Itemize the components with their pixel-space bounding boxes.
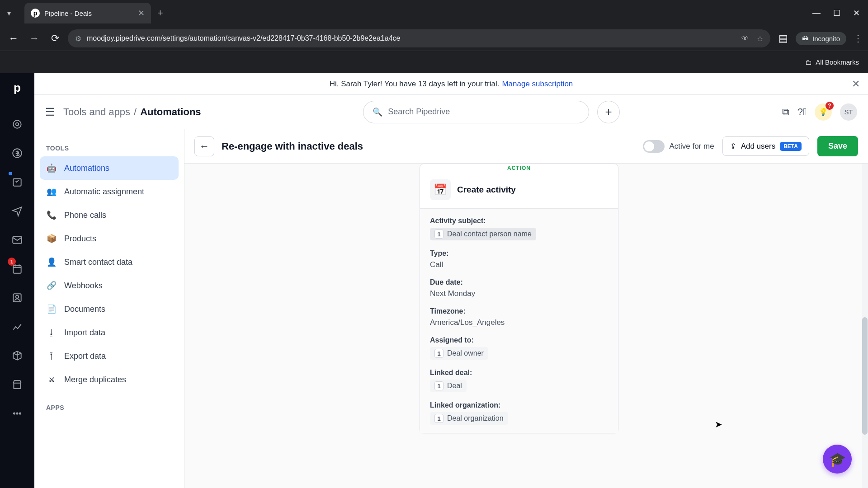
rail-item-projects[interactable] <box>8 173 27 192</box>
extensions-icon[interactable]: ⧉ <box>782 106 789 118</box>
back-button[interactable]: ← <box>194 136 214 156</box>
address-bar[interactable]: ⚙ moodjoy.pipedrive.com/settings/automat… <box>68 29 770 47</box>
sidebar-item-phone-calls[interactable]: 📞Phone calls <box>40 203 179 227</box>
active-toggle[interactable] <box>643 140 665 153</box>
scroll-thumb[interactable] <box>862 317 868 435</box>
sidebar-item-webhooks[interactable]: 🔗Webhooks <box>40 274 179 297</box>
side-panel-icon[interactable]: ▤ <box>775 30 791 47</box>
forward-button[interactable]: → <box>26 30 42 47</box>
quick-add-button[interactable]: + <box>597 101 620 123</box>
back-button[interactable]: ← <box>5 30 22 47</box>
folder-icon: 🗀 <box>805 58 812 66</box>
browser-menu-icon[interactable]: ⋮ <box>854 33 863 44</box>
maximize-button[interactable]: ☐ <box>833 8 840 18</box>
sidebar-item-label: Smart contact data <box>64 258 132 267</box>
rail-item-more[interactable] <box>8 404 27 423</box>
sidebar-heading-apps: APPS <box>40 399 179 416</box>
canvas-header: ← Re-engage with inactive deals Active f… <box>184 129 868 164</box>
sidebar-item-products[interactable]: 📦Products <box>40 227 179 250</box>
token-chip[interactable]: 1Deal <box>430 380 467 392</box>
token-chip[interactable]: 1Deal owner <box>430 347 488 360</box>
sidebar-item-label: Webhooks <box>64 281 103 291</box>
address-bar-row: ← → ⟳ ⚙ moodjoy.pipedrive.com/settings/a… <box>0 26 868 51</box>
export-icon: ⭱ <box>46 351 57 361</box>
new-tab-button[interactable]: + <box>157 7 163 19</box>
sidebar-item-label: Import data <box>64 328 105 338</box>
rail-item-mail[interactable] <box>8 230 27 249</box>
site-settings-icon[interactable]: ⚙ <box>75 34 81 43</box>
all-bookmarks-button[interactable]: 🗀 All Bookmarks <box>805 58 859 66</box>
browser-tab[interactable]: p Pipeline - Deals ✕ <box>24 3 151 23</box>
reload-button[interactable]: ⟳ <box>47 30 63 47</box>
tab-list-dropdown[interactable]: ▾ <box>4 8 14 19</box>
action-tag: ACTION <box>507 165 531 171</box>
field-label: Linked organization: <box>430 401 608 409</box>
activity-action-card[interactable]: ACTION 📅 Create activity Activity subjec… <box>420 164 618 433</box>
rail-item-contacts[interactable] <box>8 288 27 307</box>
automation-canvas[interactable]: ACTION 📅 Create activity Activity subjec… <box>184 164 868 488</box>
field-label: Due date: <box>430 278 608 286</box>
incognito-icon: 🕶 <box>802 35 809 42</box>
help-icon[interactable]: ?⃝ <box>797 106 807 118</box>
browser-tab-strip: ▾ p Pipeline - Deals ✕ + — ☐ ✕ <box>0 0 868 26</box>
rail-item-insights[interactable] <box>8 317 27 336</box>
sidebar-item-merge[interactable]: ⤩Merge duplicates <box>40 368 179 391</box>
card-title: Create activity <box>457 185 516 195</box>
sidebar-item-label: Documents <box>64 305 105 314</box>
save-button[interactable]: Save <box>817 136 858 156</box>
manage-subscription-link[interactable]: Manage subscription <box>502 80 573 89</box>
rail-item-deals[interactable] <box>8 144 27 163</box>
field-value: Next Monday <box>430 289 608 298</box>
rail-item-leads[interactable] <box>8 115 27 134</box>
rail-item-activities[interactable]: 1 <box>8 259 27 278</box>
field-label: Linked deal: <box>430 369 608 377</box>
svg-point-9 <box>16 413 18 414</box>
field-value: Call <box>430 260 608 269</box>
rail-item-marketplace[interactable] <box>8 375 27 394</box>
token-chip[interactable]: 1Deal organization <box>430 412 508 425</box>
sidebar-item-automations[interactable]: 🤖Automations <box>40 156 179 180</box>
pipedrive-logo-icon[interactable]: p <box>9 80 25 96</box>
tab-title: Pipeline - Deals <box>44 9 133 17</box>
rail-item-products[interactable] <box>8 346 27 365</box>
bookmark-icon[interactable]: ☆ <box>757 34 763 43</box>
close-tab-icon[interactable]: ✕ <box>138 8 145 18</box>
svg-point-8 <box>14 413 15 414</box>
favicon-icon: p <box>31 9 40 18</box>
help-fab[interactable]: 🎓 <box>823 445 852 474</box>
tracking-icon[interactable]: 👁 <box>741 34 749 42</box>
tips-icon[interactable]: 💡 <box>815 103 832 121</box>
rail-item-campaigns[interactable] <box>8 202 27 221</box>
assignment-icon: 👥 <box>46 186 57 197</box>
sidebar-toggle-icon[interactable]: ☰ <box>45 106 55 118</box>
breadcrumb-current: Automations <box>140 106 201 118</box>
contact-icon: 👤 <box>46 257 57 267</box>
svg-point-0 <box>13 120 21 128</box>
add-users-button[interactable]: ⇪ Add users BETA <box>722 136 809 156</box>
sidebar-item-documents[interactable]: 📄Documents <box>40 297 179 321</box>
scrollbar[interactable] <box>862 164 868 488</box>
close-window-button[interactable]: ✕ <box>853 8 860 18</box>
beta-badge: BETA <box>780 142 802 151</box>
close-banner-icon[interactable]: ✕ <box>852 78 860 90</box>
search-placeholder: Search Pipedrive <box>388 107 450 117</box>
sidebar-item-smart-contact[interactable]: 👤Smart contact data <box>40 250 179 274</box>
minimize-button[interactable]: — <box>812 8 821 18</box>
token-text: Deal organization <box>447 414 504 422</box>
svg-rect-5 <box>13 265 21 273</box>
search-input[interactable]: 🔍 Search Pipedrive <box>363 101 589 123</box>
search-icon: 🔍 <box>373 107 382 117</box>
sidebar-item-import[interactable]: ⭳Import data <box>40 321 179 344</box>
incognito-badge[interactable]: 🕶 Incognito <box>796 32 846 45</box>
sidebar-item-export[interactable]: ⭱Export data <box>40 344 179 368</box>
token-num: 1 <box>434 414 443 423</box>
sidebar-heading-tools: TOOLS <box>40 140 179 156</box>
active-toggle-row: Active for me <box>643 140 714 153</box>
breadcrumb-root[interactable]: Tools and apps <box>63 106 130 118</box>
token-chip[interactable]: 1Deal contact person name <box>430 228 536 240</box>
share-icon: ⇪ <box>730 141 736 151</box>
avatar[interactable]: ST <box>840 103 857 121</box>
sidebar-item-automatic-assignment[interactable]: 👥Automatic assignment <box>40 180 179 203</box>
field-label: Timezone: <box>430 307 608 315</box>
breadcrumb-sep: / <box>134 106 137 118</box>
